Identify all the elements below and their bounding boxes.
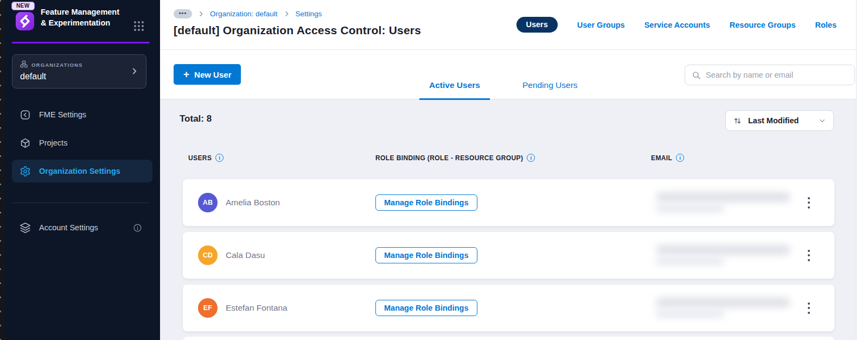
- column-header-label: ROLE BINDING (ROLE - RESOURCE GROUP): [375, 154, 523, 162]
- nav-tab-roles[interactable]: Roles: [815, 21, 837, 29]
- sort-arrows-icon: [733, 116, 742, 125]
- new-user-button-label: New User: [194, 70, 231, 79]
- email-redacted: [654, 241, 795, 269]
- fme-settings-icon: [20, 109, 31, 121]
- organization-value: default: [20, 72, 138, 81]
- avatar: CD: [198, 245, 218, 265]
- row-menu-kebab-icon[interactable]: [802, 298, 816, 318]
- app-switcher-grid-icon[interactable]: [133, 20, 145, 34]
- toolbar: + New User Active Users Pending Users: [160, 50, 856, 99]
- organizations-label: ORGANIZATIONS: [31, 62, 83, 68]
- breadcrumb-organization-link[interactable]: Organization: default: [210, 10, 278, 18]
- search-box: [685, 65, 855, 85]
- app-title: Feature Management & Experimentation: [41, 7, 126, 28]
- sidebar: NEW Feature Management & Experimentation: [4, 0, 160, 340]
- breadcrumb-settings-link[interactable]: Settings: [296, 10, 322, 18]
- column-header-email: EMAIL: [651, 154, 684, 162]
- search-input[interactable]: [706, 71, 848, 79]
- app-screen: NEW Feature Management & Experimentation: [0, 0, 868, 340]
- user-name: Amelia Boston: [226, 198, 280, 207]
- manage-role-bindings-button[interactable]: Manage Role Bindings: [375, 300, 477, 316]
- page-header: ••• Organization: default Settings [defa…: [160, 0, 856, 50]
- brand-accent-bar: [12, 42, 150, 43]
- table-row: CD Cala Dasu Manage Role Bindings: [183, 232, 834, 279]
- row-menu-kebab-icon[interactable]: [802, 192, 816, 213]
- window-edge-strip: [0, 0, 4, 340]
- new-badge: NEW: [11, 2, 35, 10]
- sort-dropdown-value: Last Modified: [748, 116, 799, 125]
- breadcrumb: ••• Organization: default Settings: [174, 9, 322, 18]
- org-hierarchy-icon: [20, 60, 28, 69]
- chevron-down-icon: [818, 117, 826, 125]
- column-header-label: USERS: [188, 154, 212, 162]
- sidebar-item-fme-settings[interactable]: FME Settings: [12, 103, 152, 126]
- user-name: Cala Dasu: [226, 250, 265, 260]
- info-icon[interactable]: [133, 223, 142, 232]
- sort-dropdown[interactable]: Last Modified: [725, 110, 834, 131]
- sidebar-item-label: Organization Settings: [39, 167, 120, 175]
- column-header-role-binding: ROLE BINDING (ROLE - RESOURCE GROUP): [375, 154, 535, 162]
- row-menu-kebab-icon[interactable]: [802, 245, 816, 266]
- tab-pending-users[interactable]: Pending Users: [513, 80, 588, 100]
- manage-role-bindings-button[interactable]: Manage Role Bindings: [375, 247, 477, 263]
- info-icon[interactable]: [676, 154, 684, 162]
- access-control-nav: Users User Groups Service Accounts Resou…: [516, 17, 837, 33]
- nav-tab-resource-groups[interactable]: Resource Groups: [730, 21, 796, 29]
- sidebar-item-label: FME Settings: [39, 110, 86, 119]
- main-area: ••• Organization: default Settings [defa…: [160, 0, 856, 340]
- layers-icon: [20, 222, 31, 234]
- sidebar-item-projects[interactable]: Projects: [12, 131, 152, 154]
- organization-selector[interactable]: ORGANIZATIONS default: [12, 54, 146, 89]
- avatar: EF: [198, 298, 218, 318]
- sidebar-divider: [12, 203, 150, 203]
- search-icon: [692, 71, 701, 80]
- app-logo-icon: [15, 11, 35, 31]
- sidebar-nav: FME Settings Projects Or: [4, 103, 160, 188]
- sidebar-item-account-settings[interactable]: Account Settings: [12, 216, 150, 239]
- info-icon[interactable]: [215, 154, 224, 162]
- table-row: EF Estefan Fontana Manage Role Bindings: [183, 285, 834, 331]
- nav-tab-users[interactable]: Users: [516, 17, 558, 33]
- page-title: [default] Organization Access Control: U…: [174, 24, 421, 37]
- info-icon[interactable]: [527, 154, 535, 162]
- sidebar-item-label: Account Settings: [39, 223, 98, 232]
- tab-active-users[interactable]: Active Users: [419, 80, 490, 100]
- nav-tab-user-groups[interactable]: User Groups: [577, 21, 625, 29]
- right-gutter: [856, 0, 868, 340]
- user-name: Estefan Fontana: [226, 303, 288, 313]
- gear-icon: [20, 166, 31, 177]
- new-user-button[interactable]: + New User: [174, 64, 241, 85]
- chevron-right-icon: [130, 66, 139, 78]
- user-list-tabs: Active Users Pending Users: [419, 80, 588, 100]
- email-redacted: [654, 293, 795, 322]
- chevron-right-icon: [283, 10, 290, 17]
- email-redacted: [654, 188, 795, 216]
- sidebar-item-label: Projects: [39, 138, 67, 147]
- plus-icon: +: [183, 69, 189, 80]
- breadcrumb-ellipsis-button[interactable]: •••: [174, 9, 192, 18]
- user-rows: AB Amelia Boston Manage Role Bindings CD…: [183, 179, 834, 337]
- column-header-label: EMAIL: [651, 154, 672, 162]
- next-row-partial: [183, 337, 834, 340]
- avatar: AB: [198, 193, 218, 212]
- column-header-users: USERS: [188, 154, 224, 162]
- chevron-right-icon: [197, 10, 205, 17]
- nav-tab-service-accounts[interactable]: Service Accounts: [644, 21, 710, 29]
- total-count: Total: 8: [180, 114, 212, 124]
- cube-icon: [20, 137, 31, 149]
- table-row: AB Amelia Boston Manage Role Bindings: [183, 179, 834, 226]
- sidebar-item-organization-settings[interactable]: Organization Settings: [12, 160, 152, 182]
- manage-role-bindings-button[interactable]: Manage Role Bindings: [375, 194, 477, 211]
